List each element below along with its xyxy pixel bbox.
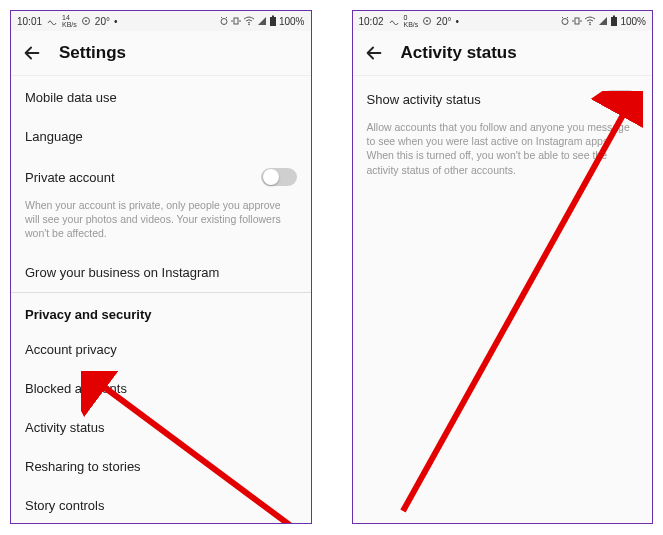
page-title: Activity status (401, 43, 517, 63)
svg-rect-6 (272, 16, 274, 18)
private-account-description: When your account is private, only peopl… (11, 198, 311, 253)
page-title: Settings (59, 43, 126, 63)
activity-description: Allow accounts that you follow and anyon… (353, 120, 653, 189)
svg-rect-11 (575, 18, 579, 24)
signal-icon (598, 16, 608, 26)
status-net: 0 KB/s (404, 14, 419, 28)
svg-rect-14 (613, 16, 615, 18)
battery-icon (269, 15, 277, 27)
row-blocked-accounts[interactable]: Blocked accounts (11, 369, 311, 408)
phone-settings: 10:01 14 KB/s 20° • 100% Setti (10, 10, 312, 524)
svg-point-4 (248, 24, 250, 26)
row-language[interactable]: Language (11, 117, 311, 156)
row-grow-business[interactable]: Grow your business on Instagram (11, 253, 311, 292)
settings-mini-icon (81, 16, 91, 26)
status-battery: 100% (620, 16, 646, 27)
svg-rect-5 (270, 17, 276, 26)
wifi-icon (584, 16, 596, 26)
row-show-activity-status[interactable]: Show activity status (353, 76, 653, 120)
svg-rect-13 (611, 17, 617, 26)
alarm-icon (219, 16, 229, 26)
signal-icon (257, 16, 267, 26)
svg-point-2 (221, 19, 227, 25)
settings-content: Mobile data use Language Private account… (11, 76, 311, 523)
private-account-toggle[interactable] (261, 168, 297, 186)
app-bar: Activity status (353, 31, 653, 76)
phone-activity-status: 10:02 0 KB/s 20° • 100% Activi (352, 10, 654, 524)
show-activity-toggle[interactable] (602, 90, 638, 108)
back-arrow-icon[interactable] (21, 42, 43, 64)
row-story-controls[interactable]: Story controls (11, 486, 311, 523)
row-account-privacy[interactable]: Account privacy (11, 330, 311, 369)
alarm-icon (560, 16, 570, 26)
svg-point-12 (590, 24, 592, 26)
row-activity-status[interactable]: Activity status (11, 408, 311, 447)
status-temp: 20° (436, 16, 451, 27)
svg-rect-3 (234, 18, 238, 24)
status-bar: 10:01 14 KB/s 20° • 100% (11, 11, 311, 31)
vibrate-icon (572, 16, 582, 26)
svg-point-9 (426, 20, 428, 22)
status-bar: 10:02 0 KB/s 20° • 100% (353, 11, 653, 31)
settings-mini-icon (422, 16, 432, 26)
row-mobile-data[interactable]: Mobile data use (11, 76, 311, 117)
section-privacy-security: Privacy and security (11, 292, 311, 330)
battery-icon (610, 15, 618, 27)
status-temp: 20° (95, 16, 110, 27)
row-private-account[interactable]: Private account (11, 156, 311, 198)
row-resharing-stories[interactable]: Resharing to stories (11, 447, 311, 486)
app-bar: Settings (11, 31, 311, 76)
vibrate-icon (231, 16, 241, 26)
wifi-icon (243, 16, 255, 26)
activity-content: Show activity status Allow accounts that… (353, 76, 653, 523)
back-arrow-icon[interactable] (363, 42, 385, 64)
svg-point-1 (85, 20, 87, 22)
status-time: 10:01 (17, 16, 42, 27)
status-net: 14 KB/s (62, 14, 77, 28)
svg-point-10 (562, 19, 568, 25)
status-battery: 100% (279, 16, 305, 27)
status-time: 10:02 (359, 16, 384, 27)
